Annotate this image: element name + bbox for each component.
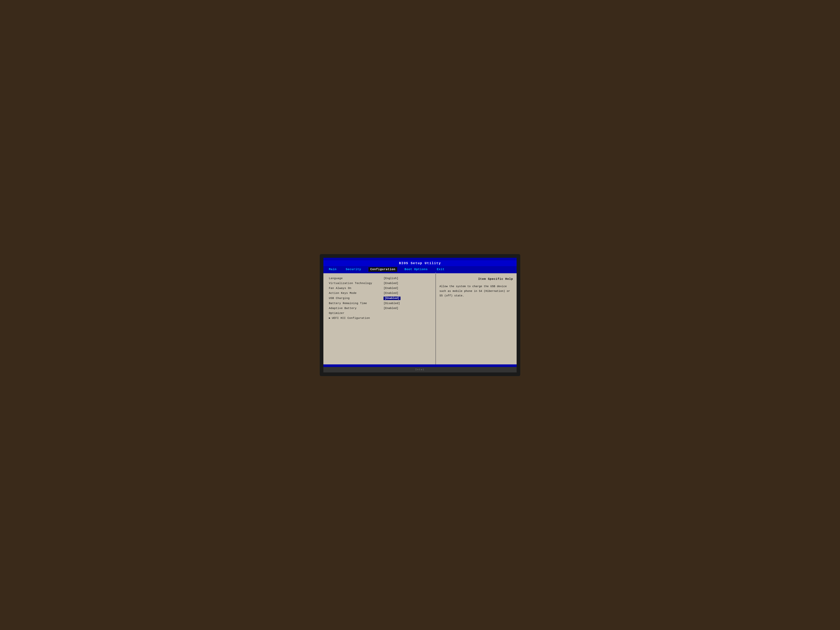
setting-adaptive-battery-label: Adaptive Battery	[329, 307, 384, 310]
settings-panel: Language [English] Virtualization Techno…	[324, 273, 436, 365]
menu-item-main[interactable]: Main	[327, 267, 338, 272]
bios-title-bar: BIOS Setup Utility	[324, 260, 516, 266]
menu-item-boot-options[interactable]: Boot Options	[403, 267, 429, 272]
setting-usb-charging[interactable]: USB Charging [Enabled]	[329, 297, 430, 300]
brand-bar: Intel	[324, 367, 516, 373]
bottom-decorative-bar	[324, 365, 516, 367]
setting-action-keys-label: Action Keys Mode	[329, 292, 384, 295]
menu-item-security[interactable]: Security	[344, 267, 363, 272]
setting-virtualization[interactable]: Virtualization Technology [Enabled]	[329, 282, 430, 285]
bios-title: BIOS Setup Utility	[399, 261, 441, 265]
help-title: Item Specific Help	[439, 277, 513, 282]
content-area: Language [English] Virtualization Techno…	[324, 273, 516, 365]
submenu-arrow-icon: ►	[329, 317, 330, 320]
menu-bar: Main Security Configuration Boot Options…	[324, 266, 516, 273]
brand-label: Intel	[415, 368, 425, 371]
bios-screen: BIOS Setup Utility Main Security Configu…	[324, 258, 516, 373]
setting-adaptive-battery-value: [Enabled]	[384, 307, 398, 310]
top-decorative-bar	[324, 258, 516, 260]
setting-adaptive-battery[interactable]: Adaptive Battery [Enabled]	[329, 307, 430, 310]
help-panel: Item Specific Help Allow the system to c…	[436, 273, 516, 365]
setting-usb-charging-value: [Enabled]	[384, 297, 401, 300]
setting-fan-value: [Enabled]	[384, 287, 398, 290]
menu-item-configuration[interactable]: Configuration	[368, 267, 397, 272]
setting-action-keys-value: [Enabled]	[384, 292, 398, 295]
setting-optimizer-label: Optimizer	[329, 312, 384, 315]
setting-battery-remaining-label: Battery Remaining Time	[329, 302, 384, 305]
setting-language-value: [English]	[384, 277, 398, 280]
menu-item-exit[interactable]: Exit	[435, 267, 446, 272]
setting-battery-remaining-value: [Disabled]	[384, 302, 400, 305]
setting-virtualization-label: Virtualization Technology	[329, 282, 384, 285]
submenu-uefi-label: UEFI HII Configuration	[332, 317, 387, 320]
setting-usb-charging-label: USB Charging	[329, 297, 384, 300]
setting-virtualization-value: [Enabled]	[384, 282, 398, 285]
setting-language[interactable]: Language [English]	[329, 277, 430, 280]
help-text: Allow the system to charge the USB devic…	[439, 284, 513, 298]
setting-fan-label: Fan Always On	[329, 287, 384, 290]
setting-battery-remaining[interactable]: Battery Remaining Time [Disabled]	[329, 302, 430, 305]
submenu-uefi-hii[interactable]: ► UEFI HII Configuration	[329, 317, 430, 320]
setting-language-label: Language	[329, 277, 384, 280]
screen-bezel: BIOS Setup Utility Main Security Configu…	[320, 254, 520, 376]
setting-fan-always-on[interactable]: Fan Always On [Enabled]	[329, 287, 430, 290]
vertical-separator	[436, 273, 436, 273]
setting-action-keys[interactable]: Action Keys Mode [Enabled]	[329, 292, 430, 295]
setting-optimizer-row: Optimizer	[329, 312, 430, 315]
